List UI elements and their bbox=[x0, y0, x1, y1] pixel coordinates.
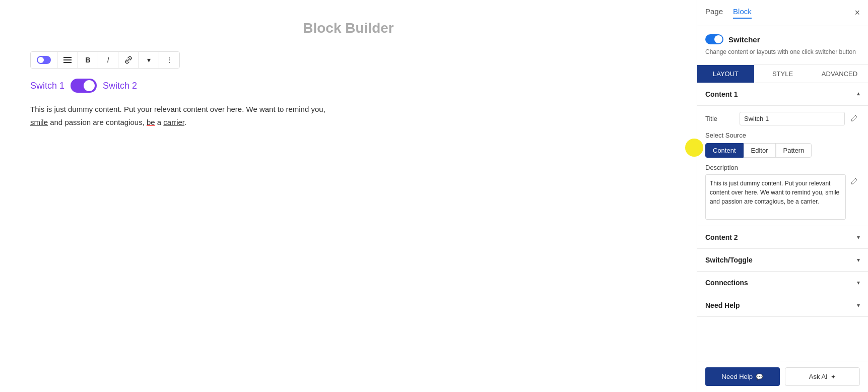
switch-row: Switch 1 Switch 2 bbox=[30, 79, 666, 93]
toolbar-bold-btn[interactable]: B bbox=[78, 52, 98, 68]
switcher-description: Change content or layouts with one click… bbox=[705, 47, 860, 56]
description-row: This is just dummy content. Put your rel… bbox=[705, 174, 860, 220]
source-pattern-btn[interactable]: Pattern bbox=[776, 143, 812, 158]
need-help-btn-label: Need Help bbox=[722, 373, 753, 380]
description-label: Description bbox=[705, 164, 860, 171]
main-canvas: Block Builder B I ▾ ⋮ Switch 1 Switch 2 … bbox=[0, 0, 697, 392]
svg-rect-2 bbox=[63, 62, 72, 63]
panel-content: Content 1 ▾ Title Select Source Content … bbox=[697, 83, 868, 361]
ask-ai-btn-label: Ask AI bbox=[809, 373, 828, 380]
carrier-link: carrier bbox=[163, 118, 184, 126]
page-title: Block Builder bbox=[30, 20, 666, 36]
toolbar-italic-btn[interactable]: I bbox=[98, 52, 118, 68]
connections-title: Connections bbox=[705, 279, 748, 287]
source-buttons: Content Editor Pattern bbox=[705, 143, 860, 158]
switcher-toggle[interactable] bbox=[705, 34, 723, 44]
content2-title: Content 2 bbox=[705, 233, 738, 241]
switcher-section: Switcher Change content or layouts with … bbox=[697, 26, 868, 65]
switch-toggle-title: Switch/Toggle bbox=[705, 256, 753, 264]
content1-chevron: ▾ bbox=[857, 91, 860, 98]
block-toolbar: B I ▾ ⋮ bbox=[30, 51, 180, 69]
help-icon: 💬 bbox=[756, 373, 763, 380]
layout-tabs: LAYOUT STYLE ADVANCED bbox=[697, 65, 868, 83]
title-label: Title bbox=[705, 115, 736, 122]
select-source-label: Select Source bbox=[705, 132, 860, 139]
svg-rect-0 bbox=[63, 57, 72, 58]
tab-block[interactable]: Block bbox=[733, 7, 752, 19]
title-input[interactable] bbox=[740, 112, 845, 125]
desc-edit-icon bbox=[851, 177, 858, 184]
content1-header[interactable]: Content 1 ▾ bbox=[697, 83, 868, 106]
toolbar-more-btn[interactable]: ⋮ bbox=[159, 52, 179, 68]
smile-link: smile bbox=[30, 118, 48, 126]
need-help-button[interactable]: Need Help 💬 bbox=[705, 367, 780, 386]
switch-toggle-chevron: ▾ bbox=[857, 256, 860, 264]
switch-label-1: Switch 1 bbox=[30, 81, 64, 91]
panel-tabs: Page Block bbox=[705, 7, 752, 19]
description-textarea[interactable]: This is just dummy content. Put your rel… bbox=[705, 174, 846, 220]
content2-header[interactable]: Content 2 ▾ bbox=[697, 226, 868, 249]
content1-body: Title Select Source Content Editor Patte… bbox=[697, 106, 868, 226]
title-field-row: Title bbox=[705, 112, 860, 125]
tab-layout[interactable]: LAYOUT bbox=[697, 65, 754, 83]
link-icon bbox=[124, 56, 132, 64]
connections-header[interactable]: Connections ▾ bbox=[697, 272, 868, 294]
connections-chevron: ▾ bbox=[857, 279, 860, 286]
tab-advanced[interactable]: ADVANCED bbox=[811, 65, 868, 83]
svg-line-3 bbox=[127, 58, 130, 61]
switch-label-2: Switch 2 bbox=[103, 81, 137, 91]
toggle-icon bbox=[37, 56, 51, 64]
toolbar-dropdown-btn[interactable]: ▾ bbox=[139, 52, 159, 68]
svg-rect-1 bbox=[63, 59, 72, 60]
be-link: be bbox=[147, 118, 155, 126]
need-help-title: Need Help bbox=[705, 301, 740, 309]
ask-ai-button[interactable]: Ask AI ✦ bbox=[785, 367, 860, 386]
toolbar-align-btn[interactable] bbox=[57, 52, 78, 68]
toolbar-toggle-btn[interactable] bbox=[31, 52, 57, 68]
ai-icon: ✦ bbox=[831, 373, 836, 380]
bottom-buttons: Need Help 💬 Ask AI ✦ bbox=[697, 361, 868, 392]
tab-style[interactable]: STYLE bbox=[754, 65, 811, 83]
switcher-header: Switcher bbox=[705, 34, 860, 44]
content2-chevron: ▾ bbox=[857, 234, 860, 241]
description-edit-btn[interactable] bbox=[849, 175, 860, 188]
need-help-header[interactable]: Need Help ▾ bbox=[697, 294, 868, 317]
edit-icon bbox=[851, 114, 858, 121]
toggle-switch[interactable] bbox=[71, 79, 97, 93]
need-help-chevron: ▾ bbox=[857, 302, 860, 309]
content1-title: Content 1 bbox=[705, 90, 738, 98]
panel-header: Page Block × bbox=[697, 0, 868, 26]
right-panel: Page Block × Switcher Change content or … bbox=[697, 0, 868, 392]
align-icon bbox=[63, 56, 72, 64]
source-editor-btn[interactable]: Editor bbox=[744, 143, 776, 158]
content-text: This is just dummy content. Put your rel… bbox=[30, 103, 332, 128]
close-button[interactable]: × bbox=[854, 8, 860, 18]
toolbar-link-btn[interactable] bbox=[118, 52, 139, 68]
title-edit-btn[interactable] bbox=[849, 112, 860, 125]
switcher-title: Switcher bbox=[728, 35, 760, 44]
tab-page[interactable]: Page bbox=[705, 7, 723, 19]
switch-toggle-header[interactable]: Switch/Toggle ▾ bbox=[697, 249, 868, 272]
source-content-btn[interactable]: Content bbox=[705, 143, 744, 158]
